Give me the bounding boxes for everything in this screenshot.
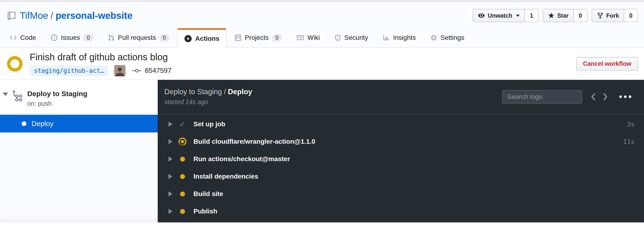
tab-label: Pull requests bbox=[118, 34, 156, 42]
tab-label: Issues bbox=[61, 34, 80, 42]
step-duration: 11s bbox=[623, 138, 634, 145]
tab-wiki[interactable]: Wiki bbox=[290, 28, 326, 47]
check-icon: ✓ bbox=[179, 120, 186, 128]
tab-insights[interactable]: Insights bbox=[376, 28, 422, 47]
star-button[interactable]: ★ Star bbox=[543, 9, 574, 22]
tab-pull-requests[interactable]: Pull requests 0 bbox=[102, 28, 176, 47]
breadcrumb: TifMoe / personal-website bbox=[7, 10, 132, 21]
expand-triangle-icon[interactable] bbox=[168, 139, 172, 144]
jobs-sidebar: Deploy to Staging on: push Deploy bbox=[0, 80, 158, 222]
expand-triangle-icon[interactable] bbox=[168, 209, 172, 214]
pull-request-icon bbox=[108, 34, 115, 41]
step-label: Build site bbox=[194, 190, 223, 198]
tab-projects[interactable]: Projects 0 bbox=[228, 28, 288, 47]
unwatch-label: Unwatch bbox=[488, 12, 512, 19]
wiki-book-icon bbox=[296, 34, 304, 41]
workflow-run-header: Finish draft of github actions blog stag… bbox=[0, 48, 644, 80]
run-in-progress-icon bbox=[7, 56, 22, 72]
sidebar-job-deploy[interactable]: Deploy bbox=[0, 115, 158, 133]
tab-label: Actions bbox=[195, 35, 219, 42]
chevron-right-icon[interactable] bbox=[602, 93, 608, 101]
job-status-dot bbox=[22, 121, 26, 126]
cancel-workflow-button[interactable]: Cancel workflow bbox=[576, 57, 638, 71]
step-row-install-dependencies[interactable]: Install dependencies bbox=[158, 168, 644, 185]
collapse-triangle-icon[interactable] bbox=[3, 93, 8, 96]
workflow-icon bbox=[12, 90, 24, 115]
eye-icon bbox=[478, 12, 485, 19]
step-row-build-wrangler[interactable]: Build cloudflare/wrangler-action@1.1.0 1… bbox=[158, 133, 644, 150]
step-list: ✓ Set up job 3s Build cloudflare/wrangle… bbox=[158, 114, 644, 220]
log-breadcrumb-workflow: Deploy to Staging / bbox=[164, 88, 226, 96]
step-duration: 3s bbox=[627, 121, 634, 128]
chevron-left-icon[interactable] bbox=[590, 93, 596, 101]
branch-badge: staging/github-act… bbox=[30, 65, 108, 76]
breadcrumb-separator: / bbox=[50, 10, 53, 21]
avatar[interactable] bbox=[114, 65, 126, 76]
tab-security[interactable]: Security bbox=[328, 28, 375, 47]
tab-settings[interactable]: ⚙ Settings bbox=[424, 28, 471, 47]
search-logs-input[interactable] bbox=[502, 90, 582, 104]
repo-name-link[interactable]: personal-website bbox=[56, 10, 132, 21]
commit-icon bbox=[132, 68, 142, 74]
run-title: Finish draft of github actions blog bbox=[30, 51, 171, 63]
tab-label: Wiki bbox=[308, 34, 320, 42]
step-label: Build cloudflare/wrangler-action@1.1.0 bbox=[194, 138, 315, 145]
tab-counter: 0 bbox=[83, 34, 94, 42]
fork-button[interactable]: Fork bbox=[592, 9, 624, 22]
tab-counter: 0 bbox=[272, 34, 282, 42]
project-icon bbox=[234, 34, 242, 41]
expand-triangle-icon[interactable] bbox=[168, 156, 172, 162]
graph-icon bbox=[383, 34, 390, 41]
tab-label: Insights bbox=[393, 34, 416, 42]
step-label: Run actions/checkout@master bbox=[194, 155, 290, 163]
expand-triangle-icon[interactable] bbox=[168, 191, 172, 196]
log-breadcrumb-job: Deploy bbox=[228, 88, 252, 96]
browser-top-strip bbox=[0, 0, 644, 2]
repo-social-actions: Unwatch 1 ★ Star 0 bbox=[473, 9, 638, 22]
step-row-publish[interactable]: Publish bbox=[158, 203, 644, 220]
step-label: Set up job bbox=[194, 120, 225, 128]
queued-dot-icon bbox=[180, 174, 185, 179]
repo-icon bbox=[7, 11, 16, 20]
log-breadcrumb: Deploy to Staging /Deploy bbox=[164, 88, 252, 96]
queued-dot-icon bbox=[180, 157, 185, 162]
step-label: Publish bbox=[194, 207, 217, 215]
tab-counter: 0 bbox=[159, 34, 170, 42]
expand-triangle-icon[interactable] bbox=[168, 122, 172, 127]
in-progress-spinner-icon bbox=[177, 136, 188, 147]
watch-count[interactable]: 1 bbox=[525, 9, 538, 22]
issue-icon bbox=[50, 34, 58, 41]
tab-label: Settings bbox=[440, 34, 464, 42]
job-name: Deploy bbox=[32, 120, 54, 128]
log-panel-header: Deploy to Staging /Deploy started 14s ag… bbox=[158, 80, 644, 114]
expand-triangle-icon[interactable] bbox=[168, 174, 172, 179]
tab-issues[interactable]: Issues 0 bbox=[44, 28, 100, 47]
queued-dot-icon bbox=[180, 191, 185, 196]
star-label: Star bbox=[557, 12, 569, 19]
workflow-trigger: on: push bbox=[27, 100, 87, 107]
run-started-timestamp: started 14s ago bbox=[164, 98, 252, 106]
step-row-setup-job[interactable]: ✓ Set up job 3s bbox=[158, 115, 644, 133]
step-row-build-site[interactable]: Build site bbox=[158, 185, 644, 203]
sidebar-empty-area bbox=[0, 133, 158, 222]
kebab-menu-icon[interactable] bbox=[619, 95, 631, 98]
fork-icon bbox=[597, 12, 604, 19]
tab-label: Code bbox=[20, 34, 36, 42]
star-group: ★ Star 0 bbox=[543, 9, 588, 22]
tab-code[interactable]: Code bbox=[3, 28, 42, 47]
gear-icon: ⚙ bbox=[430, 34, 437, 42]
tab-label: Security bbox=[344, 34, 368, 42]
fork-group: Fork 0 bbox=[592, 9, 638, 22]
commit-link[interactable]: 6547597 bbox=[132, 67, 171, 74]
tab-actions[interactable]: Actions bbox=[177, 28, 226, 48]
shield-icon bbox=[334, 34, 341, 42]
fork-count[interactable]: 0 bbox=[624, 9, 638, 22]
unwatch-button[interactable]: Unwatch bbox=[473, 9, 525, 22]
run-content: Deploy to Staging on: push Deploy Deploy… bbox=[0, 79, 644, 222]
repo-owner-link[interactable]: TifMoe bbox=[20, 10, 48, 21]
queued-dot-icon bbox=[180, 209, 185, 214]
workflow-group-header[interactable]: Deploy to Staging on: push bbox=[0, 80, 158, 115]
star-count[interactable]: 0 bbox=[574, 9, 588, 22]
log-panel: Deploy to Staging /Deploy started 14s ag… bbox=[158, 80, 644, 222]
step-row-checkout[interactable]: Run actions/checkout@master bbox=[158, 150, 644, 168]
